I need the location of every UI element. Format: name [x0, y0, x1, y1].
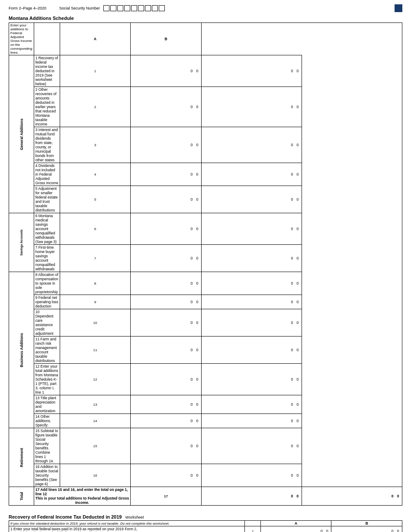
table-row: 5 Adjustment for smaller federal estate …	[9, 186, 402, 213]
line12-desc: 12 Enter your total additions from Monta…	[34, 364, 60, 395]
additions-instruction: Enter your additions to Federal Adjusted…	[9, 23, 34, 55]
line9-desc: 9 Federal net operating loss deduction	[34, 295, 60, 309]
total-label: Total	[9, 487, 34, 506]
form-label: Form 2–Page 4–2020	[9, 6, 46, 10]
line14-a[interactable]: 00	[131, 414, 202, 428]
line7-a[interactable]: 00	[131, 245, 202, 272]
ssn-box-3[interactable]	[117, 5, 123, 11]
line8-b[interactable]: 00	[201, 272, 302, 295]
ssn-box-5[interactable]	[131, 5, 137, 11]
line14-desc: 14 Other additions. Specify:	[34, 414, 60, 428]
col-b-header: B	[131, 23, 202, 55]
line14-b[interactable]: 00	[201, 414, 302, 428]
retirement-label: Retirement	[9, 428, 34, 487]
col-num-header	[34, 23, 60, 55]
line11-a[interactable]: 00	[131, 337, 202, 364]
line2-desc: 2 Other recoveries of amounts deducted i…	[34, 87, 60, 127]
ws-line1-desc: 1 Enter your total federal taxes paid in…	[9, 526, 245, 532]
line4-desc: 4 Dividends not included in Federal Adju…	[34, 163, 60, 186]
business-additions-label: Business Additions	[9, 272, 34, 428]
line15-num: 15	[60, 428, 131, 464]
ws-line1-a[interactable]: 00	[260, 526, 331, 532]
line9-b[interactable]: 00	[201, 295, 302, 309]
table-row: 12 Enter your total additions from Monta…	[9, 364, 402, 395]
line9-a[interactable]: 00	[131, 295, 202, 309]
ssn-box-2[interactable]	[110, 5, 116, 11]
line5-b[interactable]: 00	[201, 186, 302, 213]
line1-a[interactable]: 00	[131, 55, 202, 87]
worksheet-table: If you chose the standard deduction in 2…	[9, 520, 402, 532]
table-row: 14 Other additions. Specify: 14 00 00	[9, 414, 402, 428]
line5-a[interactable]: 00	[131, 186, 202, 213]
line3-b[interactable]: 00	[201, 127, 302, 163]
line3-num: 3	[60, 127, 131, 163]
line1-b[interactable]: 00	[201, 55, 302, 87]
line6-num: 6	[60, 213, 131, 245]
worksheet-title: Recovery of Federal Income Tax Deducted …	[9, 514, 122, 519]
ssn-box-9[interactable]	[159, 5, 165, 11]
savings-label: Savings Accounts	[9, 213, 34, 272]
line8-desc: 8 Allocation of compensation to spouse i…	[34, 272, 60, 295]
line11-num: 11	[60, 337, 131, 364]
general-additions-label: General Additions	[9, 55, 34, 213]
line10-b[interactable]: 00	[201, 309, 302, 337]
line13-b[interactable]: 00	[201, 395, 302, 414]
line7-b[interactable]: 00	[201, 245, 302, 272]
line14-num: 14	[60, 414, 131, 428]
blue-square-top-right	[395, 4, 402, 12]
table-row: 9 Federal net operating loss deduction 9…	[9, 295, 402, 309]
col-a-header: A	[60, 23, 131, 55]
line10-num: 10	[60, 309, 131, 337]
line17-a[interactable]: 00	[201, 487, 302, 506]
worksheet-section: Recovery of Federal Income Tax Deducted …	[9, 514, 402, 532]
line8-a[interactable]: 00	[131, 272, 202, 295]
table-row: 2 Other recoveries of amounts deducted i…	[9, 87, 402, 127]
line13-a[interactable]: 00	[131, 395, 202, 414]
line4-b[interactable]: 00	[201, 163, 302, 186]
line10-desc: 10 Dependent care assistance credit adju…	[34, 309, 60, 337]
line2-a[interactable]: 00	[131, 87, 202, 127]
line8-num: 8	[60, 272, 131, 295]
table-row: 4 Dividends not included in Federal Adju…	[9, 163, 402, 186]
ws-col-a: A	[260, 521, 331, 526]
line11-b[interactable]: 00	[201, 337, 302, 364]
ssn-box-6[interactable]	[138, 5, 144, 11]
line15-desc: 15 Subtotal to figure taxable Social Sec…	[34, 428, 60, 464]
line16-a[interactable]: 00	[131, 464, 202, 487]
line16-b[interactable]: 00	[201, 464, 302, 487]
line6-b[interactable]: 00	[201, 213, 302, 245]
line4-a[interactable]: 00	[131, 163, 202, 186]
table-row: 10 Dependent care assistance credit adju…	[9, 309, 402, 337]
ssn-box-1[interactable]	[103, 5, 109, 11]
line15-b[interactable]: 00	[201, 428, 302, 464]
ssn-box-4[interactable]	[124, 5, 130, 11]
line2-b[interactable]: 00	[201, 87, 302, 127]
line1-desc: 1 Recovery of federal income tax deducte…	[34, 55, 60, 87]
line6-a[interactable]: 00	[131, 213, 202, 245]
table-row: 16 Addition to taxable Social Security b…	[9, 464, 402, 487]
ssn-label: Social Security Number	[59, 6, 100, 10]
line3-a[interactable]: 00	[131, 127, 202, 163]
ws-line1-b[interactable]: 00	[331, 526, 402, 532]
line7-desc: 7 First-time home buyer savings account …	[34, 245, 60, 272]
line12-b[interactable]: 00	[201, 364, 302, 395]
line7-num: 7	[60, 245, 131, 272]
table-row: General Additions 1 Recovery of federal …	[9, 55, 402, 87]
table-row: 7 First-time home buyer savings account …	[9, 245, 402, 272]
table-row: 3 Interest and mutual fund dividends fro…	[9, 127, 402, 163]
line13-num: 13	[60, 395, 131, 414]
line16-desc: 16 Addition to taxable Social Security b…	[34, 464, 60, 487]
line10-a[interactable]: 00	[131, 309, 202, 337]
line5-num: 5	[60, 186, 131, 213]
ssn-box-8[interactable]	[152, 5, 158, 11]
line6-desc: 6 Montana medical savings account nonqua…	[34, 213, 60, 245]
table-row: 1 Enter your total federal taxes paid in…	[9, 526, 402, 532]
table-row: Savings Accounts 6 Montana medical savin…	[9, 213, 402, 245]
ssn-box-7[interactable]	[145, 5, 151, 11]
line12-a[interactable]: 00	[131, 364, 202, 395]
line17-num: 17	[131, 487, 202, 506]
line17-b[interactable]: 00	[302, 487, 402, 506]
line11-desc: 11 Farm and ranch risk management accoun…	[34, 337, 60, 364]
table-row: Retirement 15 Subtotal to figure taxable…	[9, 428, 402, 464]
line15-a[interactable]: 00	[131, 428, 202, 464]
